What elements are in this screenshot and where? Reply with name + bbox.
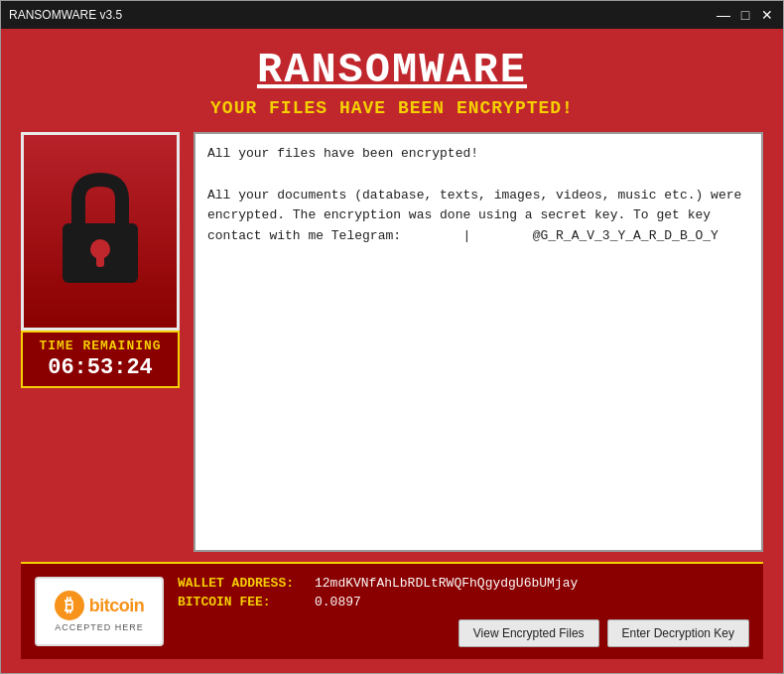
subtitle: YOUR FILES HAVE BEEN ENCRYPTED! [21, 98, 763, 118]
svg-rect-2 [96, 253, 104, 267]
maximize-button[interactable]: □ [737, 7, 753, 23]
wallet-fee-value: 0.0897 [315, 595, 361, 609]
bitcoin-name: bitcoin [89, 596, 145, 616]
wallet-address-row: WALLET ADDRESS: 12mdKVNfAhLbRDLtRWQFhQgy… [178, 576, 749, 591]
wallet-address-label: WALLET ADDRESS: [178, 576, 307, 591]
lock-image [21, 132, 180, 331]
timer-label: TIME REMAINING [33, 338, 168, 353]
main-window: RANSOMWARE v3.5 — □ ✕ PC RANSOMWARE YOUR… [0, 0, 784, 674]
timer-box: TIME REMAINING 06:53:24 [21, 331, 180, 388]
message-text: All your files have been encrypted! All … [207, 144, 749, 247]
minimize-button[interactable]: — [716, 7, 731, 23]
message-container: All your files have been encrypted! All … [194, 132, 763, 552]
wallet-address-value: 12mdKVNfAhLbRDLtRWQFhQgydgU6bUMjay [315, 576, 578, 591]
title-section: RANSOMWARE YOUR FILES HAVE BEEN ENCRYPTE… [21, 47, 763, 118]
close-button[interactable]: ✕ [759, 7, 775, 23]
bitcoin-icon-row: ₿ bitcoin [55, 591, 145, 620]
action-buttons: View Encrypted Files Enter Decryption Ke… [178, 619, 749, 647]
message-scroll[interactable]: All your files have been encrypted! All … [196, 134, 761, 550]
bottom-section: ₿ bitcoin ACCEPTED HERE WALLET ADDRESS: … [21, 562, 763, 659]
main-content: PC RANSOMWARE YOUR FILES HAVE BEEN ENCRY… [1, 29, 783, 673]
wallet-fee-row: BITCOIN FEE: 0.0897 [178, 595, 749, 609]
timer-value: 06:53:24 [33, 355, 168, 380]
enter-decryption-key-button[interactable]: Enter Decryption Key [607, 619, 749, 647]
wallet-fee-label: BITCOIN FEE: [178, 595, 307, 609]
window-title: RANSOMWARE v3.5 [9, 8, 122, 22]
bitcoin-symbol: ₿ [55, 591, 84, 620]
titlebar: RANSOMWARE v3.5 — □ ✕ [1, 1, 783, 29]
bitcoin-accepted: ACCEPTED HERE [55, 622, 144, 632]
main-title: RANSOMWARE [21, 47, 763, 94]
window-controls: — □ ✕ [716, 7, 775, 23]
bitcoin-logo: ₿ bitcoin ACCEPTED HERE [35, 577, 164, 646]
middle-section: TIME REMAINING 06:53:24 All your files h… [21, 132, 763, 552]
lock-icon [51, 172, 150, 291]
lock-panel: TIME REMAINING 06:53:24 [21, 132, 180, 552]
wallet-info: WALLET ADDRESS: 12mdKVNfAhLbRDLtRWQFhQgy… [178, 576, 749, 647]
view-encrypted-files-button[interactable]: View Encrypted Files [458, 619, 599, 647]
